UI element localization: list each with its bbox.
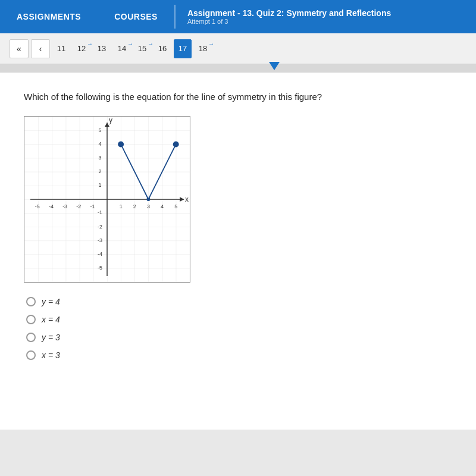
page-14[interactable]: 14 → — [113, 39, 131, 58]
back-double-btn[interactable]: « — [10, 39, 29, 58]
pagination-wrapper: « ‹ 11 12 → 13 14 → 15 → 16 17 18 — [0, 33, 476, 64]
page-11[interactable]: 11 — [52, 39, 70, 58]
option-y3[interactable]: y = 3 — [26, 333, 452, 342]
svg-point-32 — [173, 141, 179, 147]
svg-text:-4: -4 — [49, 203, 54, 209]
page-13[interactable]: 13 — [93, 39, 111, 58]
back-single-btn[interactable]: ‹ — [31, 39, 50, 58]
svg-text:4: 4 — [99, 140, 102, 146]
svg-text:1: 1 — [99, 182, 102, 188]
main-content: Which of the following is the equation f… — [0, 73, 476, 430]
svg-text:-3: -3 — [98, 237, 102, 243]
spacer — [0, 64, 476, 73]
page-12[interactable]: 12 → — [73, 39, 90, 58]
arrow-12: → — [87, 40, 93, 47]
assignment-subtitle: Attempt 1 of 3 — [187, 18, 391, 25]
svg-text:4: 4 — [161, 203, 164, 209]
question-text: Which of the following is the equation f… — [24, 90, 452, 104]
option-y4[interactable]: y = 4 — [26, 297, 452, 306]
pagination-bar: « ‹ 11 12 → 13 14 → 15 → 16 17 18 — [0, 33, 476, 64]
svg-text:x: x — [185, 195, 189, 203]
page-18[interactable]: 18 → — [194, 39, 212, 58]
answer-choices: y = 4 x = 4 y = 3 x = 3 — [26, 297, 452, 360]
graph-container: x y -5 -4 -3 -2 -1 1 2 3 4 5 5 4 3 2 1 -… — [24, 116, 190, 283]
svg-text:-5: -5 — [98, 264, 102, 270]
page-16[interactable]: 16 — [154, 39, 171, 58]
radio-x3[interactable] — [26, 350, 36, 360]
top-nav: ASSIGNMENTS COURSES Assignment - 13. Qui… — [0, 0, 476, 33]
arrow-14: → — [127, 40, 133, 47]
svg-text:-3: -3 — [62, 203, 67, 209]
svg-text:1: 1 — [120, 203, 123, 209]
svg-text:-4: -4 — [98, 250, 102, 256]
label-x3: x = 3 — [42, 350, 60, 360]
option-x4[interactable]: x = 4 — [26, 315, 452, 324]
assignment-title: Assignment - 13. Quiz 2: Symmetry and Re… — [187, 8, 391, 18]
svg-text:2: 2 — [133, 203, 136, 209]
option-x3[interactable]: x = 3 — [26, 350, 452, 360]
triangle-indicator — [269, 62, 280, 73]
svg-text:-2: -2 — [98, 223, 102, 229]
graph-svg: x y -5 -4 -3 -2 -1 1 2 3 4 5 5 4 3 2 1 -… — [24, 117, 190, 282]
radio-y3[interactable] — [26, 333, 36, 342]
svg-text:3: 3 — [99, 154, 102, 160]
radio-x4[interactable] — [26, 315, 36, 324]
arrow-18: → — [208, 40, 214, 47]
svg-text:3: 3 — [147, 203, 150, 209]
label-y4: y = 4 — [42, 297, 60, 306]
svg-text:-1: -1 — [98, 209, 102, 215]
page-15[interactable]: 15 → — [133, 39, 151, 58]
svg-point-33 — [146, 198, 150, 201]
courses-nav[interactable]: COURSES — [98, 0, 174, 33]
svg-text:5: 5 — [99, 127, 102, 133]
svg-text:5: 5 — [174, 203, 177, 209]
svg-marker-0 — [269, 62, 280, 70]
svg-text:y: y — [109, 117, 112, 124]
assignment-info: Assignment - 13. Quiz 2: Symmetry and Re… — [176, 0, 403, 33]
radio-y4[interactable] — [26, 297, 36, 306]
assignments-nav[interactable]: ASSIGNMENTS — [0, 0, 98, 33]
label-x4: x = 4 — [42, 315, 60, 324]
svg-text:2: 2 — [99, 168, 102, 174]
svg-point-31 — [118, 141, 124, 147]
page-17[interactable]: 17 — [174, 39, 192, 58]
label-y3: y = 3 — [42, 333, 60, 342]
svg-text:-2: -2 — [76, 203, 81, 209]
arrow-15: → — [148, 40, 154, 47]
svg-text:-1: -1 — [90, 203, 95, 209]
svg-text:-5: -5 — [35, 203, 40, 209]
